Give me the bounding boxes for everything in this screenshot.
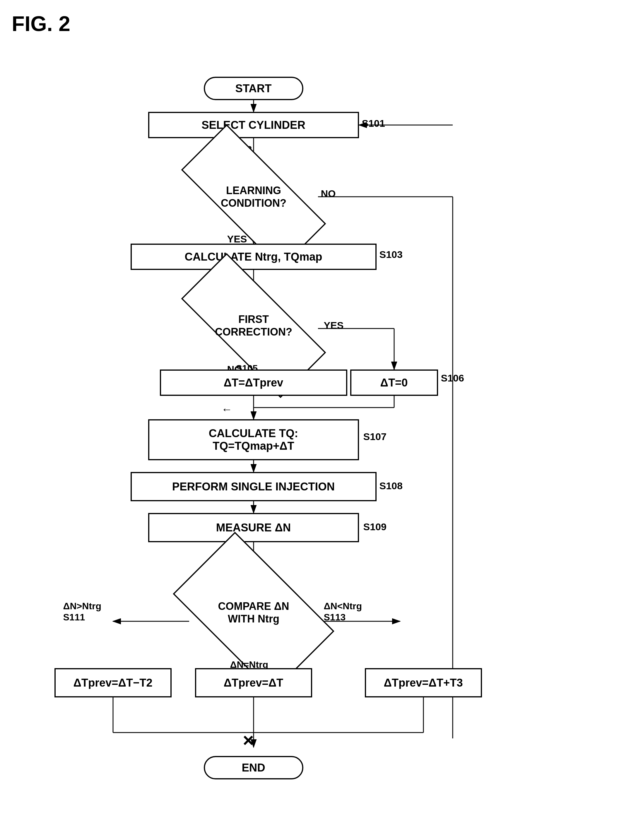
measure-dn-node: MEASURE ΔN (148, 513, 359, 542)
merge-symbol: ✕ (242, 733, 254, 749)
calculate-tq-node: CALCULATE TQ: TQ=TQmap+ΔT (148, 419, 359, 460)
start-node: START (204, 77, 303, 100)
s111-ref-label: S111 (63, 612, 85, 623)
s109-label: S109 (363, 521, 386, 533)
s103-label: S103 (380, 249, 403, 260)
yes-s102-label: YES (227, 233, 247, 245)
s111-node: ΔTprev=ΔT−T2 (54, 668, 171, 697)
calculate-ntrg-node: CALCULATE Ntrg, TQmap (131, 244, 377, 270)
s113-node: ΔTprev=ΔT+T3 (365, 668, 482, 697)
s108-label: S108 (380, 480, 403, 492)
no-s102-label: NO (321, 188, 336, 199)
perform-injection-node: PERFORM SINGLE INJECTION (131, 472, 377, 501)
s112-node: ΔTprev=ΔT (195, 668, 312, 697)
dt-dtprev-node: ΔT=ΔTprev (160, 369, 347, 396)
dt-zero-node: ΔT=0 (350, 369, 438, 396)
dn-lt-label: ΔN<Ntrg (324, 601, 362, 611)
s107-label: S107 (363, 431, 386, 442)
merge-arrow-label: ← (221, 403, 233, 416)
s101-label: S101 (362, 118, 385, 129)
yes-s104-label: YES (324, 320, 344, 331)
s113-ref-label: S113 (324, 612, 346, 623)
page-title: FIG. 2 (12, 12, 612, 36)
dn-gt-label: ΔN>Ntrg (63, 601, 102, 611)
s106-label: S106 (441, 372, 464, 384)
select-cylinder-node: SELECT CYLINDER (148, 112, 359, 138)
end-node: END (204, 756, 303, 780)
